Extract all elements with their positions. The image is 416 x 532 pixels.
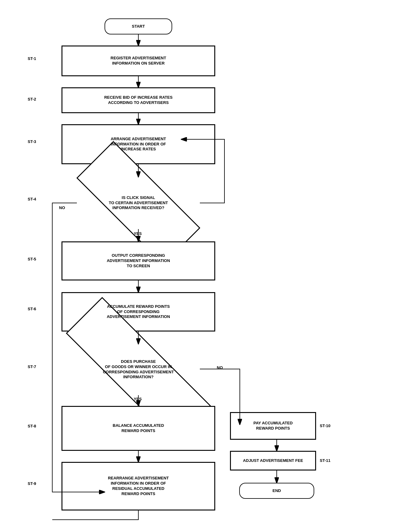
- end-label: END: [272, 488, 281, 494]
- st6-text: ACCUMULATE REWARD POINTSOF CORRESPONDING…: [107, 304, 170, 320]
- st9-label: ST-9: [28, 481, 36, 486]
- st7-no-label: NO: [217, 365, 223, 370]
- st4-no-label: NO: [59, 205, 65, 210]
- st4-yes-label: YES: [134, 231, 142, 236]
- st8-label: ST-8: [28, 424, 36, 428]
- st9-text: REARRANGE ADVERTISEMENTINFORMATION IN OR…: [108, 476, 169, 497]
- st3-box: ARRANGE ADVERTISEMENTINFORMATION IN ORDE…: [61, 124, 215, 164]
- st11-box: ADJUST ADVERTISEMENT FEE: [230, 451, 316, 470]
- st4-diamond: IS CLICK SIGNALTO CERTAIN ADVERTISEMENTI…: [77, 177, 200, 229]
- st1-box: REGISTER ADVERTISEMENTINFORMATION ON SER…: [61, 46, 215, 76]
- st7-label: ST-7: [28, 364, 36, 369]
- st9-box: REARRANGE ADVERTISEMENTINFORMATION IN OR…: [61, 462, 215, 510]
- st4-diamond-text: IS CLICK SIGNALTO CERTAIN ADVERTISEMENTI…: [77, 177, 200, 229]
- start-label: START: [132, 24, 145, 29]
- flowchart-diagram: START ST-1 REGISTER ADVERTISEMENTINFORMA…: [0, 0, 416, 532]
- st5-box: OUTPUT CORRESPONDINGADVERTISEMENT INFORM…: [61, 241, 215, 280]
- st6-label: ST-6: [28, 307, 36, 311]
- end-shape: END: [239, 483, 314, 499]
- st2-box: RECEIVE BID OF INCREASE RATESACCORDING T…: [61, 87, 215, 113]
- st10-box: PAY ACCUMULATEDREWARD POINTS: [230, 412, 316, 440]
- st10-text: PAY ACCUMULATEDREWARD POINTS: [253, 421, 293, 431]
- st1-text: REGISTER ADVERTISEMENTINFORMATION ON SER…: [111, 56, 166, 66]
- st5-label: ST-5: [28, 257, 36, 261]
- st2-label: ST-2: [28, 97, 36, 101]
- st1-label: ST-1: [28, 56, 36, 61]
- st7-yes-label: YES: [134, 397, 142, 401]
- st7-diamond: DOES PURCHASEOF GOODS OR WINNER OCCUR IN…: [61, 344, 215, 395]
- start-shape: START: [105, 18, 172, 34]
- st8-text: BALANCE ACCUMULATEDREWARD POINTS: [113, 423, 164, 434]
- st10-label: ST-10: [320, 423, 331, 428]
- st2-text: RECEIVE BID OF INCREASE RATESACCORDING T…: [104, 95, 172, 105]
- st11-label: ST-11: [320, 458, 331, 463]
- st11-text: ADJUST ADVERTISEMENT FEE: [243, 458, 303, 463]
- st4-label: ST-4: [28, 197, 36, 201]
- st8-box: BALANCE ACCUMULATEDREWARD POINTS: [61, 406, 215, 451]
- st5-text: OUTPUT CORRESPONDINGADVERTISEMENT INFORM…: [107, 253, 170, 269]
- st3-label: ST-3: [28, 139, 36, 144]
- st7-diamond-text: DOES PURCHASEOF GOODS OR WINNER OCCUR IN…: [61, 344, 215, 395]
- st3-text: ARRANGE ADVERTISEMENTINFORMATION IN ORDE…: [111, 137, 166, 152]
